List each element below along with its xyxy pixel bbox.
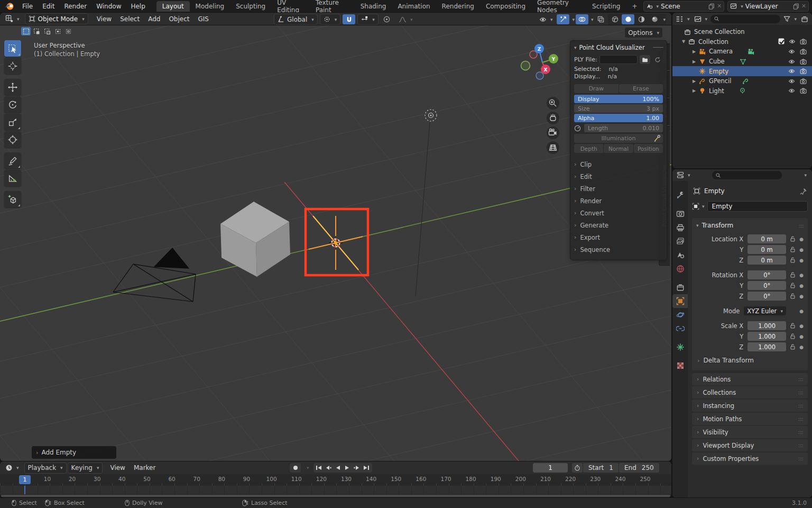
viewport-menu-view[interactable]: View bbox=[93, 14, 116, 24]
section-collections[interactable]: ›Collections:::: bbox=[692, 386, 808, 398]
options-button[interactable]: Options ▾ bbox=[624, 27, 663, 38]
size-slider[interactable]: Size 3 px bbox=[574, 104, 663, 113]
workspace-tab-animation[interactable]: Animation bbox=[392, 1, 436, 12]
lock-icon[interactable] bbox=[790, 272, 796, 278]
animate-dot-icon[interactable]: ● bbox=[799, 344, 804, 350]
section-clip[interactable]: ›Clip bbox=[574, 158, 663, 170]
jump-to-end-button[interactable] bbox=[362, 464, 371, 472]
current-frame-field[interactable]: 1 bbox=[533, 463, 568, 473]
tab-texture[interactable] bbox=[672, 359, 688, 373]
disclosure-triangle-icon[interactable]: ▼ bbox=[681, 39, 686, 44]
viewport-menu-object[interactable]: Object bbox=[164, 14, 193, 24]
viewport-menu-add[interactable]: Add bbox=[144, 14, 164, 24]
tool-transform[interactable] bbox=[4, 131, 21, 148]
timeline-scrollbar[interactable] bbox=[0, 494, 671, 497]
section-sequence[interactable]: ›Sequence bbox=[574, 243, 663, 256]
start-frame-field[interactable]: Start 1 bbox=[583, 463, 619, 473]
chevron-down-icon[interactable]: ▾ bbox=[307, 465, 309, 470]
select-mode-intersect-icon[interactable] bbox=[63, 27, 73, 35]
section-export[interactable]: ›Export bbox=[574, 231, 663, 243]
select-mode-extend-icon[interactable] bbox=[32, 27, 41, 35]
lock-icon[interactable] bbox=[790, 257, 796, 263]
view-layer-selector[interactable]: ▾ ViewLayer ✕ bbox=[727, 1, 809, 12]
shading-rendered-button[interactable] bbox=[648, 14, 661, 24]
delta-transform-section[interactable]: › Delta Transform bbox=[692, 352, 808, 365]
disclosure-triangle-icon[interactable]: ▶ bbox=[691, 59, 697, 64]
camera-toggle-icon[interactable] bbox=[800, 48, 807, 55]
tab-render[interactable] bbox=[672, 207, 688, 221]
gizmos-toggle[interactable] bbox=[557, 14, 569, 24]
tab-output[interactable] bbox=[672, 221, 688, 234]
workspace-tab-modeling[interactable]: Modeling bbox=[190, 1, 230, 12]
lock-icon[interactable] bbox=[790, 236, 796, 242]
playhead-line[interactable] bbox=[24, 486, 25, 494]
menu-file[interactable]: File bbox=[17, 3, 38, 10]
timeline-track[interactable] bbox=[0, 486, 671, 494]
length-dial-icon[interactable] bbox=[574, 125, 581, 132]
tab-tool[interactable] bbox=[672, 188, 688, 202]
falloff-dropdown[interactable]: ▾ bbox=[395, 15, 416, 24]
outliner-display-mode-button[interactable]: ▾ bbox=[693, 14, 709, 24]
lock-icon[interactable] bbox=[790, 333, 796, 339]
outliner-row-light[interactable]: ▶ Light bbox=[672, 86, 812, 96]
outliner-row-empty[interactable]: Empty bbox=[672, 66, 812, 76]
tool-add-cube[interactable] bbox=[4, 191, 21, 207]
menu-edit[interactable]: Edit bbox=[38, 3, 59, 10]
scale-z-field[interactable]: 1.000 bbox=[748, 342, 786, 351]
animate-dot-icon[interactable]: ● bbox=[799, 258, 804, 263]
proportional-editing-toggle[interactable] bbox=[381, 14, 393, 24]
viewport-3d[interactable]: Z Y X User Perspective (1) Collection | … bbox=[0, 25, 671, 461]
tool-scale[interactable] bbox=[4, 114, 21, 130]
eye-icon[interactable] bbox=[788, 78, 795, 85]
use-preview-range-button[interactable] bbox=[572, 463, 583, 473]
workspace-tab-shading[interactable]: Shading bbox=[355, 1, 392, 12]
workspace-tab-sculpting[interactable]: Sculpting bbox=[230, 1, 271, 12]
tab-collection[interactable] bbox=[672, 280, 688, 294]
chevron-down-icon[interactable]: ▾ bbox=[572, 17, 575, 22]
browse-file-button[interactable] bbox=[640, 55, 650, 64]
operator-panel[interactable]: › Add Empty bbox=[32, 446, 116, 459]
draw-button[interactable]: Draw bbox=[574, 84, 619, 93]
properties-editor-type-button[interactable]: ▾ bbox=[676, 170, 691, 180]
display-percent-slider[interactable]: Display 100% bbox=[574, 95, 663, 103]
section-viewport-display[interactable]: ›Viewport Display:::: bbox=[692, 439, 808, 451]
outliner-row-collection[interactable]: ▼ Collection bbox=[672, 37, 812, 47]
chevron-down-icon[interactable]: ▾ bbox=[804, 173, 807, 178]
editor-type-button[interactable]: ▾ bbox=[2, 14, 23, 24]
workspace-tab-uv-editing[interactable]: UV Editing bbox=[271, 0, 310, 12]
chevron-down-icon[interactable]: ▾ bbox=[702, 204, 705, 209]
menu-help[interactable]: Help bbox=[126, 3, 150, 10]
section-instancing[interactable]: ›Instancing:::: bbox=[692, 400, 808, 412]
ply-file-input[interactable] bbox=[599, 55, 638, 64]
eye-icon[interactable] bbox=[788, 58, 795, 65]
section-edit[interactable]: ›Edit bbox=[574, 170, 663, 183]
depth-button[interactable]: Depth bbox=[574, 144, 603, 153]
camera-toggle-icon[interactable] bbox=[800, 38, 807, 45]
auto-keying-button[interactable] bbox=[291, 464, 300, 472]
menu-window[interactable]: Window bbox=[91, 3, 126, 10]
timeline-menu-marker[interactable]: Marker bbox=[130, 463, 160, 473]
section-custom-properties[interactable]: ›Custom Properties:::: bbox=[692, 452, 808, 465]
current-frame-marker[interactable]: 1 bbox=[19, 475, 31, 484]
mode-dropdown[interactable]: Object Mode ▾ bbox=[25, 13, 88, 24]
outliner-row-gpencil[interactable]: ▶ GPencil bbox=[672, 76, 812, 86]
viewport-menu-gis[interactable]: GIS bbox=[194, 14, 213, 24]
properties-search-input[interactable] bbox=[712, 171, 782, 179]
scene-selector[interactable]: ▾ Scene ✕ bbox=[643, 1, 725, 12]
disclosure-triangle-icon[interactable]: ▶ bbox=[691, 79, 697, 84]
position-button[interactable]: Position bbox=[634, 144, 663, 153]
section-relations[interactable]: ›Relations:::: bbox=[692, 373, 808, 385]
eye-icon[interactable] bbox=[788, 48, 795, 55]
transform-panel-header[interactable]: ▾ Transform :::: bbox=[692, 220, 808, 231]
pivot-dropdown[interactable]: ▾ bbox=[320, 14, 341, 25]
scale-y-field[interactable]: 1.000 bbox=[748, 332, 786, 341]
animate-dot-icon[interactable]: ● bbox=[799, 237, 804, 242]
camera-toggle-icon[interactable] bbox=[800, 78, 807, 85]
animate-dot-icon[interactable]: ● bbox=[799, 283, 804, 288]
end-frame-field[interactable]: End 250 bbox=[619, 463, 659, 473]
tab-object-data[interactable] bbox=[672, 340, 688, 354]
chevron-down-icon[interactable]: ▾ bbox=[591, 17, 594, 22]
normal-button[interactable]: Normal bbox=[604, 144, 633, 153]
viewport-menu-select[interactable]: Select bbox=[116, 14, 144, 24]
section-visibility[interactable]: ›Visibility:::: bbox=[692, 426, 808, 438]
